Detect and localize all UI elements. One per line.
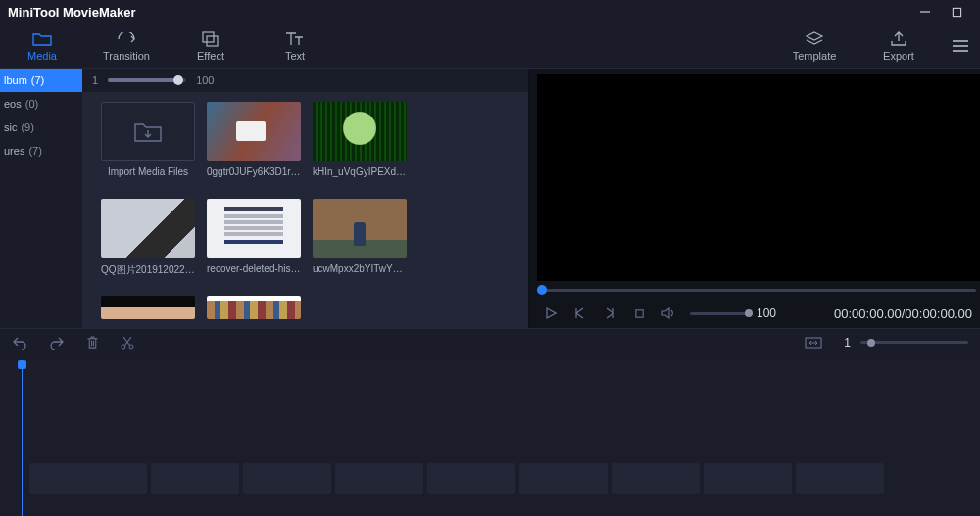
media-panel: lbum (7) eos (0) sic (9) ures (7)	[0, 69, 529, 328]
thumbnail-size-slider[interactable]	[108, 78, 186, 82]
timeline-toolbar: 1	[0, 328, 980, 355]
media-item[interactable]	[206, 296, 302, 328]
timeline-clip-slot[interactable]	[243, 463, 331, 494]
media-thumbnail	[207, 199, 301, 258]
maximize-button[interactable]	[941, 2, 972, 22]
timeline-clip-slot[interactable]	[612, 463, 700, 494]
media-thumbnail	[313, 102, 407, 161]
volume-slider[interactable]	[690, 312, 749, 315]
timeline[interactable]	[0, 355, 980, 516]
tab-label: Media	[27, 50, 57, 62]
delete-button[interactable]	[86, 336, 99, 350]
app-title: MiniTool MovieMaker	[8, 5, 136, 20]
svg-rect-3	[207, 36, 218, 46]
sidebar-item-count: (9)	[21, 121, 33, 133]
timeline-clip-slot[interactable]	[335, 463, 423, 494]
next-frame-button[interactable]	[602, 305, 617, 321]
timeline-clip-slot[interactable]	[519, 463, 608, 494]
seek-slider[interactable]	[537, 289, 976, 292]
media-item[interactable]: recover-deleted-histor...	[206, 199, 302, 293]
template-icon	[805, 30, 824, 48]
redo-button[interactable]	[49, 336, 65, 350]
media-item[interactable]: kHIn_uVqGyIPEXd6D...	[312, 102, 408, 196]
play-button[interactable]	[543, 305, 559, 321]
sidebar-item-album[interactable]: lbum (7)	[0, 69, 82, 92]
video-preview[interactable]	[537, 74, 980, 281]
media-thumbnail	[101, 296, 195, 319]
media-item-label: 0ggtr0JUFy6K3D1r_9aS...	[207, 166, 301, 177]
media-thumbnail	[313, 199, 407, 258]
timeline-clip-slot[interactable]	[29, 463, 147, 494]
timeline-clip-slot[interactable]	[704, 463, 792, 494]
tab-media[interactable]: Media	[0, 26, 84, 66]
prev-frame-button[interactable]	[572, 305, 588, 321]
sidebar-item-label: eos	[4, 98, 22, 110]
folder-icon	[32, 30, 52, 48]
media-thumbnail	[207, 296, 301, 319]
sidebar-item-count: (7)	[31, 74, 44, 86]
sidebar-item-pictures[interactable]: ures (7)	[0, 139, 82, 163]
media-item-label: Import Media Files	[101, 166, 195, 177]
timeline-zoom-value: 1	[844, 336, 851, 350]
sidebar-item-videos[interactable]: eos (0)	[0, 92, 82, 116]
media-item-label: kHIn_uVqGyIPEXd6D...	[313, 166, 407, 177]
sidebar-item-count: (7)	[28, 145, 41, 157]
preview-panel: 100 00:00:00.00/00:00:00.00	[529, 69, 980, 328]
stop-button[interactable]	[631, 305, 647, 321]
media-item[interactable]: 0ggtr0JUFy6K3D1r_9aS...	[206, 102, 302, 196]
svg-point-5	[122, 345, 125, 349]
main-toolbar: Media Transition Effect Text Template Ex…	[0, 23, 980, 69]
tab-transition[interactable]: Transition	[84, 26, 169, 66]
tab-label: Effect	[197, 50, 224, 62]
menu-button[interactable]	[941, 39, 980, 53]
effect-icon	[202, 30, 220, 48]
export-button[interactable]: Export	[857, 26, 941, 66]
split-button[interactable]	[121, 336, 134, 350]
tab-label: Text	[285, 50, 305, 62]
media-item-label: QQ图片20191202215506	[101, 263, 195, 277]
import-media-button[interactable]: Import Media Files	[100, 102, 196, 196]
svg-point-6	[129, 345, 133, 349]
text-icon	[285, 30, 305, 48]
svg-rect-4	[635, 309, 642, 316]
transition-icon	[116, 30, 137, 48]
fit-timeline-button[interactable]	[805, 337, 822, 349]
media-item-label: ucwMpxx2bYITwY7rZ...	[313, 263, 407, 274]
volume-icon[interactable]	[661, 305, 676, 321]
timeline-clip-slot[interactable]	[796, 463, 884, 494]
media-item[interactable]	[100, 296, 196, 328]
media-item[interactable]: ucwMpxx2bYITwY7rZ...	[312, 199, 408, 293]
timeline-clip-slot[interactable]	[427, 463, 515, 494]
media-thumbnail	[207, 102, 301, 161]
timeline-zoom-slider[interactable]	[860, 341, 968, 344]
sidebar-item-music[interactable]: sic (9)	[0, 116, 82, 139]
sidebar-item-label: ures	[4, 145, 24, 157]
sidebar-item-count: (0)	[25, 98, 38, 110]
media-item[interactable]: QQ图片20191202215506	[100, 199, 196, 293]
tab-label: Transition	[103, 50, 150, 62]
thumb-size-min: 1	[92, 74, 98, 86]
svg-rect-1	[953, 8, 960, 16]
title-bar: MiniTool MovieMaker	[0, 0, 980, 23]
media-item-label: recover-deleted-histor...	[207, 263, 301, 274]
tab-label: Template	[793, 50, 837, 62]
sidebar-item-label: sic	[4, 121, 17, 133]
undo-button[interactable]	[12, 336, 27, 350]
thumb-size-max: 100	[196, 74, 214, 86]
import-folder-icon	[133, 118, 163, 144]
sidebar-item-label: lbum	[4, 74, 27, 86]
export-icon	[890, 30, 907, 48]
tab-effect[interactable]: Effect	[169, 26, 253, 66]
minimize-button[interactable]	[909, 2, 941, 22]
timecode-display: 00:00:00.00/00:00:00.00	[834, 306, 974, 321]
tab-text[interactable]: Text	[253, 26, 337, 66]
svg-rect-2	[203, 32, 214, 42]
tab-template[interactable]: Template	[772, 26, 857, 66]
category-sidebar: lbum (7) eos (0) sic (9) ures (7)	[0, 69, 82, 328]
tab-label: Export	[883, 50, 914, 62]
media-thumbnail	[101, 199, 195, 258]
volume-value: 100	[757, 306, 776, 320]
timeline-clip-slot[interactable]	[151, 463, 239, 494]
